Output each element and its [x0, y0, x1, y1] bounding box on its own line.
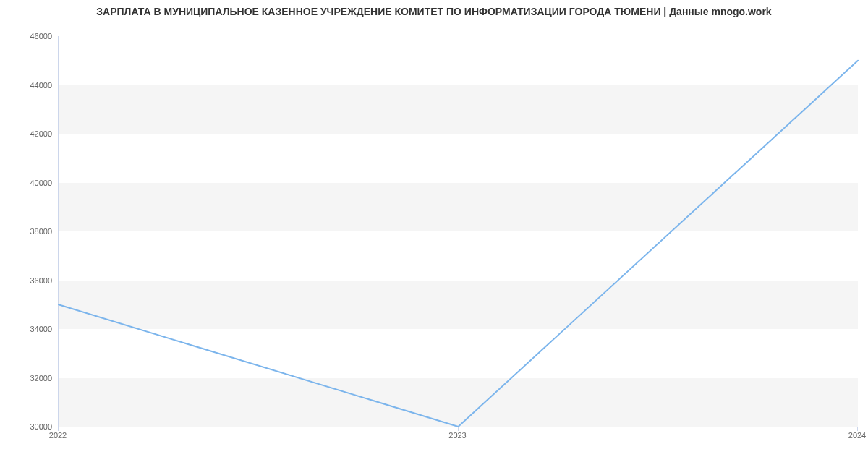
x-tick-label: 2024: [848, 431, 866, 440]
chart-container: ЗАРПЛАТА В МУНИЦИПАЛЬНОЕ КАЗЕННОЕ УЧРЕЖД…: [0, 0, 868, 470]
y-tick-label: 32000: [9, 374, 52, 383]
y-tick-label: 38000: [9, 227, 52, 236]
chart-title: ЗАРПЛАТА В МУНИЦИПАЛЬНОЕ КАЗЕННОЕ УЧРЕЖД…: [0, 6, 868, 17]
series-line: [59, 61, 858, 427]
y-tick-label: 36000: [9, 276, 52, 285]
y-tick-label: 44000: [9, 81, 52, 90]
line-layer: [59, 36, 858, 427]
x-tick-label: 2022: [49, 431, 67, 440]
y-tick-label: 34000: [9, 325, 52, 333]
y-tick-label: 42000: [9, 129, 52, 138]
x-tick-label: 2023: [448, 431, 466, 440]
y-tick-label: 46000: [9, 32, 52, 40]
y-tick-label: 30000: [9, 422, 52, 431]
plot-area: [58, 36, 858, 427]
y-tick-label: 40000: [9, 179, 52, 187]
